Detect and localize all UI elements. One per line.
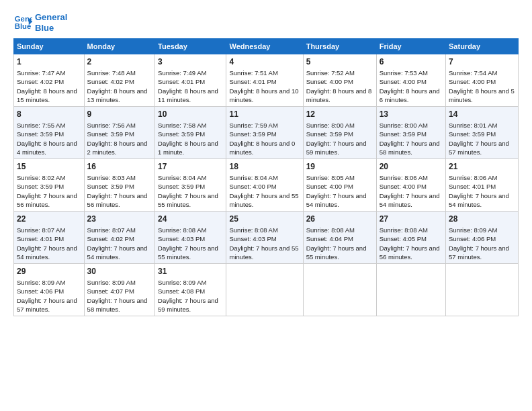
day-number: 25 [229,214,300,225]
calendar-cell: 22Sunrise: 8:07 AMSunset: 4:01 PMDayligh… [14,212,85,264]
sunrise: Sunrise: 8:06 AM [449,174,497,181]
day-number: 29 [17,266,81,277]
calendar-cell: 21Sunrise: 8:06 AMSunset: 4:01 PMDayligh… [446,159,519,212]
logo-icon: General Blue [13,13,32,32]
calendar-cell: 30Sunrise: 8:09 AMSunset: 4:07 PMDayligh… [84,264,154,316]
sunset: Sunset: 4:00 PM [449,78,496,85]
calendar-cell: 27Sunrise: 8:08 AMSunset: 4:05 PMDayligh… [376,212,445,264]
calendar-week-3: 15Sunrise: 8:02 AMSunset: 3:59 PMDayligh… [14,159,519,212]
day-number: 27 [380,214,443,225]
calendar-cell: 4Sunrise: 7:51 AMSunset: 4:01 PMDaylight… [226,54,303,107]
sunrise: Sunrise: 7:54 AM [449,69,497,77]
daylight: Daylight: 7 hours and 59 minutes. [306,140,367,156]
daylight: Daylight: 7 hours and 56 minutes. [87,192,148,208]
day-number: 8 [17,109,81,120]
calendar-cell: 12Sunrise: 8:00 AMSunset: 3:59 PMDayligh… [303,107,376,159]
day-number: 19 [306,161,373,173]
day-number: 10 [158,109,223,120]
calendar-cell [376,264,445,316]
calendar-week-2: 8Sunrise: 7:55 AMSunset: 3:59 PMDaylight… [14,107,519,159]
calendar-cell: 7Sunrise: 7:54 AMSunset: 4:00 PMDaylight… [446,54,519,107]
sunset: Sunset: 4:00 PM [380,78,427,85]
day-number: 20 [380,161,443,173]
daylight: Daylight: 7 hours and 56 minutes. [380,244,440,261]
calendar-cell: 25Sunrise: 8:08 AMSunset: 4:03 PMDayligh… [226,212,303,264]
day-number: 1 [17,56,81,68]
daylight: Daylight: 7 hours and 58 minutes. [87,297,148,313]
daylight: Daylight: 7 hours and 55 minutes. [229,244,298,261]
sunrise: Sunrise: 8:05 AM [306,174,355,181]
daylight: Daylight: 7 hours and 55 minutes. [158,192,218,208]
sunset: Sunset: 4:06 PM [17,287,64,295]
daylight: Daylight: 7 hours and 59 minutes. [158,297,218,313]
daylight: Daylight: 8 hours and 10 minutes. [229,87,298,103]
sunrise: Sunrise: 8:00 AM [306,122,355,129]
calendar-cell: 9Sunrise: 7:56 AMSunset: 3:59 PMDaylight… [84,107,154,159]
sunrise: Sunrise: 8:04 AM [229,174,277,181]
daylight: Daylight: 8 hours and 13 minutes. [87,87,148,103]
calendar-cell [226,264,303,316]
sunset: Sunset: 4:01 PM [17,235,64,242]
sunset: Sunset: 4:00 PM [229,183,276,190]
calendar-cell: 31Sunrise: 8:09 AMSunset: 4:08 PMDayligh… [155,264,226,316]
calendar-body: 1Sunrise: 7:47 AMSunset: 4:02 PMDaylight… [14,54,519,316]
daylight: Daylight: 7 hours and 55 minutes. [306,244,367,261]
calendar-cell: 3Sunrise: 7:49 AMSunset: 4:01 PMDaylight… [155,54,226,107]
sunrise: Sunrise: 8:07 AM [17,226,65,234]
sunset: Sunset: 4:00 PM [306,183,353,190]
col-header-thursday: Thursday [303,39,376,54]
sunset: Sunset: 4:06 PM [449,235,496,242]
daylight: Daylight: 7 hours and 58 minutes. [380,140,440,156]
day-number: 3 [158,56,223,68]
sunrise: Sunrise: 8:08 AM [380,226,428,234]
day-number: 5 [306,56,373,68]
day-number: 4 [229,56,300,68]
sunset: Sunset: 4:01 PM [158,78,205,85]
sunrise: Sunrise: 7:59 AM [229,122,277,129]
daylight: Daylight: 7 hours and 55 minutes. [158,244,218,261]
day-number: 30 [87,266,152,277]
calendar-cell [446,264,519,316]
day-number: 28 [449,214,515,225]
day-number: 24 [158,214,223,225]
sunset: Sunset: 3:59 PM [17,130,64,138]
col-header-tuesday: Tuesday [155,39,226,54]
calendar-cell: 1Sunrise: 7:47 AMSunset: 4:02 PMDaylight… [14,54,85,107]
day-number: 6 [380,56,443,68]
sunrise: Sunrise: 7:47 AM [17,69,65,77]
daylight: Daylight: 7 hours and 54 minutes. [306,192,367,208]
daylight: Daylight: 8 hours and 11 minutes. [158,87,218,103]
sunrise: Sunrise: 8:09 AM [449,226,497,234]
daylight: Daylight: 7 hours and 54 minutes. [380,192,440,208]
logo-line2: Blue [35,23,67,34]
sunset: Sunset: 4:07 PM [87,287,134,295]
day-number: 13 [380,109,443,120]
sunset: Sunset: 4:01 PM [449,183,496,190]
daylight: Daylight: 7 hours and 57 minutes. [449,140,509,156]
calendar-cell: 20Sunrise: 8:06 AMSunset: 4:00 PMDayligh… [376,159,445,212]
sunset: Sunset: 4:05 PM [380,235,427,242]
sunset: Sunset: 4:08 PM [158,287,205,295]
daylight: Daylight: 7 hours and 54 minutes. [17,244,77,261]
calendar-table: SundayMondayTuesdayWednesdayThursdayFrid… [13,38,519,316]
sunset: Sunset: 4:03 PM [229,235,276,242]
sunrise: Sunrise: 7:48 AM [87,69,136,77]
daylight: Daylight: 8 hours and 15 minutes. [17,87,77,103]
sunrise: Sunrise: 7:52 AM [306,69,355,77]
calendar-cell: 24Sunrise: 8:08 AMSunset: 4:03 PMDayligh… [155,212,226,264]
col-header-sunday: Sunday [14,39,85,54]
calendar-header-row: SundayMondayTuesdayWednesdayThursdayFrid… [14,39,519,54]
calendar-week-4: 22Sunrise: 8:07 AMSunset: 4:01 PMDayligh… [14,212,519,264]
day-number: 9 [87,109,152,120]
calendar-cell: 26Sunrise: 8:08 AMSunset: 4:04 PMDayligh… [303,212,376,264]
sunrise: Sunrise: 7:56 AM [87,122,136,129]
day-number: 11 [229,109,300,120]
day-number: 7 [449,56,515,68]
daylight: Daylight: 7 hours and 54 minutes. [449,192,509,208]
sunrise: Sunrise: 8:07 AM [87,226,136,234]
sunrise: Sunrise: 8:00 AM [380,122,428,129]
daylight: Daylight: 8 hours and 8 minutes. [306,87,372,103]
day-number: 26 [306,214,373,225]
sunset: Sunset: 4:01 PM [229,78,276,85]
day-number: 2 [87,56,152,68]
